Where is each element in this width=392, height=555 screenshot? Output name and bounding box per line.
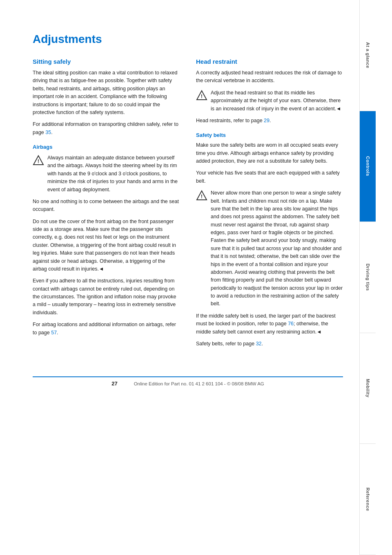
head-restraint-warning-box: ! Adjust the head restraint so that its … [196, 89, 343, 113]
svg-text:!: ! [38, 158, 39, 164]
svg-text:!: ! [201, 193, 203, 199]
sidebar-tab-driving-tips[interactable]: Driving tips [360, 222, 376, 333]
airbags-no-one: No one and nothing is to come between th… [33, 198, 180, 214]
airbags-title: Airbags [33, 144, 180, 150]
safety-belts-intro: Make sure the safety belts are worn in a… [196, 141, 343, 165]
right-column: Head restraint A correctly adjusted head… [196, 58, 343, 352]
head-restraint-link[interactable]: 29 [264, 118, 270, 123]
head-restraint-warning-text: Adjust the head restraint so that its mi… [211, 89, 343, 113]
safety-belts-refer: Safety belts, refer to page 32. [196, 340, 343, 348]
sidebar-tab-controls[interactable]: Controls [360, 111, 376, 222]
airbags-refer: For airbag locations and additional info… [33, 321, 180, 337]
airbags-warning-box: ! Always maintain an adequate distance b… [33, 154, 180, 194]
safety-belts-warning-text: Never allow more than one person to wear… [211, 189, 343, 308]
safety-belts-middle: If the middle safety belt is used, the l… [196, 312, 343, 336]
warning-icon-head-restraint: ! [196, 90, 207, 101]
head-restraint-intro: A correctly adjusted head restraint redu… [196, 69, 343, 85]
safety-belts-five-seats: Your vehicle has five seats that are eac… [196, 169, 343, 185]
sitting-safely-intro: The ideal sitting position can make a vi… [33, 69, 180, 116]
airbags-even-if: Even if you adhere to all the instructio… [33, 277, 180, 317]
sidebar-tab-reference[interactable]: Reference [360, 444, 376, 555]
footer-text: Online Edition for Part no. 01 41 2 601 … [134, 381, 264, 386]
children-link[interactable]: 35 [45, 130, 51, 135]
sidebar-tab-at-a-glance[interactable]: At a glance [360, 0, 376, 111]
airbags-warning-text: Always maintain an adequate distance bet… [47, 154, 180, 194]
page-title: Adjustments [33, 33, 343, 46]
left-column: Sitting safely The ideal sitting positio… [33, 58, 180, 352]
sidebar-tab-mobility[interactable]: Mobility [360, 333, 376, 444]
warning-icon-safety-belts: ! [196, 190, 207, 201]
page-number: 27 [111, 380, 117, 387]
safety-belts-link[interactable]: 32 [256, 341, 262, 347]
safety-belts-title: Safety belts [196, 132, 343, 138]
airbags-do-not-use: Do not use the cover of the front airbag… [33, 218, 180, 273]
safety-belts-warning-box: ! Never allow more than one person to we… [196, 189, 343, 308]
svg-text:!: ! [201, 93, 203, 99]
children-note: For additional information on transporti… [33, 121, 180, 137]
head-restraint-refer: Head restraints, refer to page 29. [196, 117, 343, 125]
sitting-safely-title: Sitting safely [33, 58, 180, 65]
sidebar: At a glance Controls Driving tips Mobili… [359, 0, 376, 555]
head-restraint-title: Head restraint [196, 58, 343, 65]
backrest-link[interactable]: 76 [288, 321, 294, 327]
airbags-link[interactable]: 57 [51, 330, 57, 336]
warning-icon-airbags: ! [33, 155, 44, 166]
